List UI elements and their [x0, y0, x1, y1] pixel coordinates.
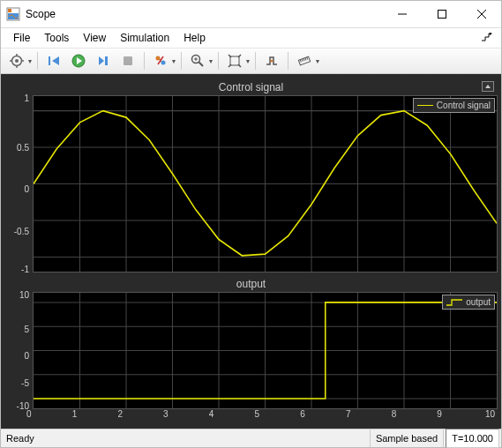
- scope-window: Scope File Tools View Simulation Help ▼: [0, 0, 502, 448]
- legend[interactable]: Control signal: [413, 98, 495, 113]
- measure-button[interactable]: [294, 50, 315, 71]
- measure-dropdown[interactable]: ▼: [314, 51, 321, 71]
- legend-swatch-icon: [417, 101, 433, 110]
- legend-label: Control signal: [437, 101, 491, 110]
- toolbar: ▼ ▼ ▼ ▼: [1, 49, 501, 74]
- subplot-title: Control signal: [4, 81, 498, 95]
- svg-rect-13: [49, 56, 50, 65]
- menu-help[interactable]: Help: [176, 30, 213, 46]
- zoom-button[interactable]: [187, 50, 208, 71]
- svg-rect-23: [230, 56, 239, 65]
- axes-canvas[interactable]: Control signal: [33, 95, 498, 273]
- svg-line-20: [199, 63, 204, 67]
- menu-simulation[interactable]: Simulation: [113, 30, 176, 46]
- expand-scope-icon[interactable]: [482, 81, 494, 92]
- menu-file[interactable]: File: [6, 30, 37, 46]
- window-title: Scope: [26, 8, 56, 20]
- zoom-dropdown[interactable]: ▼: [207, 51, 214, 71]
- svg-rect-1: [8, 9, 11, 12]
- restart-button[interactable]: [43, 50, 64, 71]
- autoscale-dropdown[interactable]: ▼: [244, 51, 251, 71]
- y-axis: 10 5 0 -5 -10: [4, 292, 33, 409]
- svg-point-8: [15, 59, 19, 63]
- svg-line-28: [303, 58, 304, 61]
- menubar: File Tools View Simulation Help: [1, 28, 501, 49]
- menu-view[interactable]: View: [76, 30, 113, 46]
- svg-rect-4: [438, 11, 446, 19]
- menu-tools[interactable]: Tools: [37, 30, 76, 46]
- subplot-title: output: [4, 278, 498, 292]
- run-button[interactable]: [68, 50, 89, 71]
- svg-rect-15: [105, 56, 108, 65]
- legend[interactable]: output: [442, 295, 495, 310]
- svg-line-27: [302, 59, 303, 62]
- svg-line-29: [305, 57, 306, 60]
- status-bar: Ready Sample based T=10.000: [1, 429, 501, 447]
- x-axis: 0 1 2 3 4 5 6 7 8 9 10: [4, 409, 498, 425]
- status-time: T=10.000: [446, 429, 499, 448]
- svg-point-18: [161, 61, 166, 65]
- legend-swatch-icon: [446, 298, 462, 307]
- app-icon: [6, 7, 20, 21]
- autoscale-button[interactable]: [224, 50, 245, 71]
- close-button[interactable]: [461, 1, 501, 27]
- svg-point-24: [271, 60, 273, 63]
- status-ready: Ready: [1, 429, 371, 447]
- plot-area: Control signal 1 0.5 0 -0.5 -1: [1, 74, 501, 429]
- y-axis: 1 0.5 0 -0.5 -1: [4, 95, 33, 273]
- svg-rect-16: [124, 56, 132, 65]
- highlight-dropdown[interactable]: ▼: [170, 51, 177, 71]
- svg-line-26: [300, 60, 301, 63]
- config-button[interactable]: [6, 50, 27, 71]
- status-mode: Sample based: [371, 429, 444, 447]
- legend-label: output: [466, 297, 491, 307]
- axes-canvas[interactable]: output: [33, 292, 498, 409]
- titlebar: Scope: [1, 1, 501, 28]
- stop-button[interactable]: [117, 50, 139, 71]
- triggers-button[interactable]: [261, 50, 282, 71]
- subplot-control-signal: Control signal 1 0.5 0 -0.5 -1: [4, 81, 498, 273]
- minimize-button[interactable]: [382, 1, 422, 27]
- step-button[interactable]: [93, 50, 114, 71]
- svg-line-30: [307, 57, 308, 60]
- undock-icon[interactable]: [482, 32, 496, 44]
- highlight-button[interactable]: [150, 50, 171, 71]
- subplot-output: output 10 5 0 -5 -10: [4, 278, 498, 425]
- svg-point-17: [156, 56, 161, 61]
- maximize-button[interactable]: [422, 1, 461, 27]
- config-dropdown[interactable]: ▼: [26, 51, 34, 71]
